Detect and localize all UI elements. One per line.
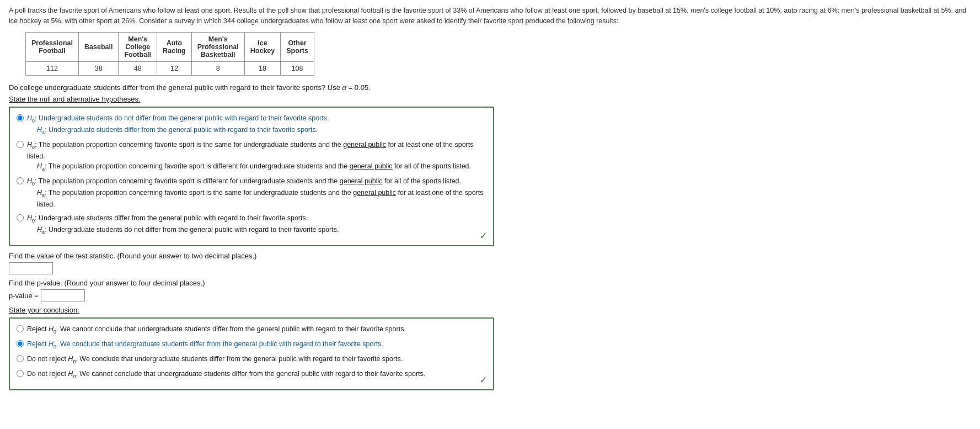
hypothesis-option-4-ha: Ha: Undergraduate students do not differ… [37, 225, 339, 236]
hypothesis-option-2-ha: Ha: The population proportion concerning… [37, 161, 486, 173]
pvalue-input[interactable] [41, 289, 85, 301]
pvalue-question: Find the p-value. (Round your answer to … [9, 279, 971, 287]
hypothesis-option-3[interactable]: H0: The population proportion concerning… [17, 176, 486, 210]
col-header-other-sports: OtherSports [281, 32, 314, 61]
col-header-ice-hockey: IceHockey [244, 32, 280, 61]
hypothesis-option-3-h0: H0: The population proportion concerning… [27, 176, 486, 188]
hypothesis-option-2[interactable]: H0: The population proportion concerning… [17, 140, 486, 173]
col-header-prof-football: ProfessionalFootball [26, 32, 79, 61]
hypothesis-option-1[interactable]: H0: Undergraduate students do not differ… [17, 113, 486, 136]
intro-text: A poll tracks the favorite sport of Amer… [9, 6, 971, 27]
conclusion-option-3-text: Do not reject H0. We conclude that under… [27, 354, 403, 366]
conclusion-option-4-text: Do not reject H0. We cannot conclude tha… [27, 369, 425, 380]
col-header-baseball: Baseball [79, 32, 119, 61]
pvalue-label: p-value = [9, 292, 39, 300]
hypotheses-options-box: H0: Undergraduate students do not differ… [9, 107, 494, 247]
conclusion-checkmark: ✓ [479, 374, 488, 386]
hypothesis-option-1-h0: H0: Undergraduate students do not differ… [27, 113, 329, 125]
hypothesis-option-2-h0: H0: The population proportion concerning… [27, 140, 486, 162]
val-mens-college: 48 [119, 61, 157, 75]
val-prof-football: 112 [26, 61, 79, 75]
hypotheses-checkmark: ✓ [479, 230, 488, 242]
conclusion-radio-2[interactable] [17, 340, 24, 347]
hypothesis-option-4[interactable]: H0: Undergraduate students differ from t… [17, 213, 486, 236]
conclusion-options-box: Reject H0. We cannot conclude that under… [9, 317, 494, 390]
conclusion-radio-4[interactable] [17, 370, 24, 377]
question-text: Do college undergraduate students differ… [9, 83, 971, 92]
conclusion-option-4[interactable]: Do not reject H0. We cannot conclude tha… [17, 369, 486, 380]
test-statistic-question: Find the value of the test statistic. (R… [9, 252, 971, 260]
val-mens-pro-bball: 8 [191, 61, 244, 75]
hypothesis-radio-1[interactable] [17, 114, 24, 121]
conclusion-label: State your conclusion. [9, 306, 971, 314]
hypothesis-option-1-ha: Ha: Undergraduate students differ from t… [37, 125, 329, 136]
hypothesis-option-4-h0: H0: Undergraduate students differ from t… [27, 213, 339, 225]
conclusion-radio-3[interactable] [17, 355, 24, 362]
hypothesis-radio-3[interactable] [17, 177, 24, 184]
val-baseball: 38 [79, 61, 119, 75]
col-header-mens-pro-bball: Men'sProfessionalBasketball [191, 32, 244, 61]
col-header-mens-college: Men'sCollegeFootball [119, 32, 157, 61]
conclusion-option-1-text: Reject H0. We cannot conclude that under… [27, 324, 406, 336]
conclusion-option-1[interactable]: Reject H0. We cannot conclude that under… [17, 324, 486, 336]
test-statistic-input[interactable] [9, 262, 53, 274]
pvalue-row: p-value = [9, 289, 971, 301]
hypothesis-radio-4[interactable] [17, 214, 24, 221]
hypothesis-option-3-ha: Ha: The population proportion concerning… [37, 188, 486, 210]
val-ice-hockey: 18 [244, 61, 280, 75]
data-table: ProfessionalFootball Baseball Men'sColle… [25, 32, 314, 76]
col-header-auto-racing: AutoRacing [157, 32, 192, 61]
val-other-sports: 108 [281, 61, 314, 75]
hypotheses-label: State the null and alternative hypothese… [9, 95, 971, 103]
conclusion-radio-1[interactable] [17, 325, 24, 332]
conclusion-option-3[interactable]: Do not reject H0. We conclude that under… [17, 354, 486, 366]
conclusion-option-2-text: Reject H0. We conclude that undergraduat… [27, 339, 383, 351]
hypothesis-radio-2[interactable] [17, 141, 24, 148]
conclusion-option-2[interactable]: Reject H0. We conclude that undergraduat… [17, 339, 486, 351]
val-auto-racing: 12 [157, 61, 192, 75]
